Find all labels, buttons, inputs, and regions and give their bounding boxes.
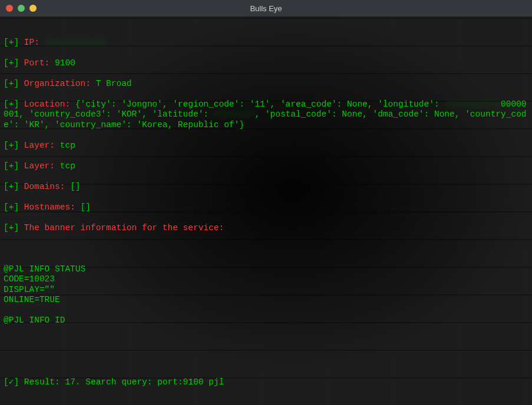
prefix: [+]: [4, 141, 24, 150]
layer-line: [+] Layer: tcp: [4, 141, 528, 151]
port-line: [+] Port: 9100: [4, 58, 528, 69]
ip-line: [+] IP: ············: [4, 38, 528, 48]
ip-label: IP:: [24, 38, 45, 47]
result-line: [✓] Result: 17. Search query: port:9100 …: [4, 377, 528, 388]
prefix: [+]: [4, 38, 24, 47]
layer-value: tcp: [60, 161, 75, 171]
location-line: [+] Location: {'city': 'Jongno', 'region…: [4, 99, 528, 131]
layer-label: Layer:: [24, 161, 60, 171]
layer-line: [+] Layer: tcp: [4, 161, 528, 172]
prefix: [+]: [4, 203, 24, 212]
terminal-output: [+] IP: ············ [+] Port: 9100 [+] …: [0, 16, 532, 405]
domains-value: []: [70, 182, 80, 191]
window-titlebar: Bulls Eye: [0, 0, 532, 16]
prefix: [+]: [4, 99, 24, 109]
port-value: 9100: [55, 58, 75, 68]
org-label: Organization:: [24, 79, 96, 88]
result-text: Result: 17. Search query: port:9100 pjl: [24, 377, 224, 387]
org-value: T Broad: [96, 79, 132, 88]
banner-label: The banner information for the service:: [24, 223, 224, 233]
latitude-blurred: ········: [214, 109, 255, 120]
location-value: {'city': 'Jongno', 'region_code': '11', …: [75, 99, 445, 109]
banner-label-line: [+] The banner information for the servi…: [4, 223, 528, 234]
domains-label: Domains:: [24, 182, 70, 191]
maximize-icon[interactable]: [29, 5, 37, 12]
close-icon[interactable]: [6, 5, 13, 12]
longitude-blurred: ···········: [444, 99, 501, 110]
prefix: [+]: [4, 79, 24, 88]
window-title: Bulls Eye: [250, 4, 282, 13]
domains-line: [+] Domains: []: [4, 182, 528, 192]
layer-label: Layer:: [24, 141, 60, 150]
ip-value-blurred: ············: [45, 38, 106, 48]
prefix: [+]: [4, 161, 24, 171]
result-prefix: [✓]: [4, 377, 24, 387]
port-label: Port:: [24, 58, 55, 68]
hostnames-line: [+] Hostnames: []: [4, 203, 528, 213]
prefix: [+]: [4, 58, 24, 68]
blank-line: [4, 398, 528, 405]
prefix: [+]: [4, 182, 24, 191]
org-line: [+] Organization: T Broad: [4, 79, 528, 89]
blank-line: [4, 357, 528, 367]
window-controls: [6, 5, 37, 12]
blank-line: [4, 336, 528, 347]
banner-body: @PJL INFO STATUS CODE=10023 DISPLAY="" O…: [4, 264, 528, 326]
blank-line: [4, 244, 528, 254]
hostnames-value: []: [81, 203, 91, 212]
location-label: Location:: [24, 99, 75, 109]
prefix: [+]: [4, 223, 24, 233]
minimize-icon[interactable]: [18, 5, 25, 12]
layer-value: tcp: [60, 141, 75, 150]
hostnames-label: Hostnames:: [24, 203, 81, 212]
